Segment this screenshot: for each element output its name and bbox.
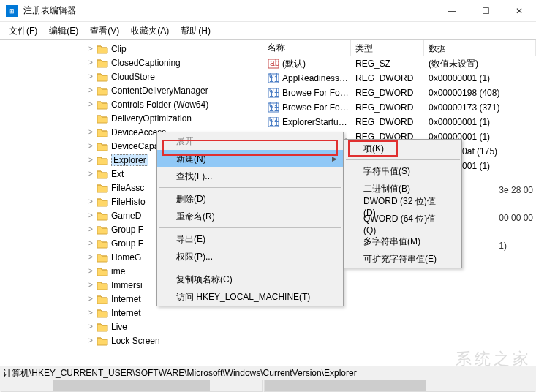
ctx-new[interactable]: 新建(N)▶ — [157, 150, 343, 167]
col-type[interactable]: 类型 — [351, 40, 424, 56]
expander-icon[interactable]: > — [86, 211, 95, 219]
expander-icon[interactable]: > — [86, 197, 95, 206]
separator — [159, 187, 341, 188]
expander-icon[interactable]: > — [86, 72, 95, 80]
folder-icon — [97, 99, 108, 110]
expander-icon[interactable]: > — [86, 323, 95, 331]
list-hscroll[interactable] — [264, 380, 535, 392]
folder-icon — [97, 280, 108, 290]
ctx-new-multistring[interactable]: 多字符串值(M) — [344, 233, 461, 250]
expander-icon[interactable]: > — [86, 239, 95, 247]
value-name: (默认) — [282, 58, 306, 70]
binary-icon — [268, 102, 279, 113]
tree-item[interactable]: >Lock Screen — [0, 333, 263, 347]
menu-edit[interactable]: 编辑(E) — [43, 23, 84, 39]
binary-icon — [268, 73, 279, 83]
expander-icon[interactable]: > — [86, 142, 95, 150]
value-row[interactable]: AppReadiness…REG_DWORD0x00000001 (1) — [263, 71, 536, 86]
expander-icon[interactable]: > — [86, 59, 95, 67]
value-row[interactable]: ExplorerStartu…REG_DWORD0x00000001 (1) — [263, 115, 536, 129]
menu-favorites[interactable]: 收藏夹(A) — [125, 23, 175, 39]
tree-item-label: Clip — [111, 44, 127, 54]
minimize-button[interactable]: — — [435, 0, 469, 22]
expander-icon[interactable]: > — [86, 281, 95, 289]
expander-icon[interactable]: > — [86, 225, 95, 233]
expander-icon[interactable]: > — [86, 86, 95, 94]
expander-icon[interactable]: > — [86, 253, 95, 261]
tree-item[interactable]: >ContentDeliveryManager — [0, 83, 263, 97]
separator — [159, 268, 341, 268]
folder-icon — [97, 44, 108, 54]
value-type: REG_DWORD — [351, 73, 424, 83]
tree-item[interactable]: >Live — [0, 320, 263, 333]
expander-icon[interactable]: > — [86, 267, 95, 275]
hscrollbars — [0, 380, 536, 392]
maximize-button[interactable]: ☐ — [469, 0, 502, 22]
expander-icon[interactable]: > — [86, 336, 95, 344]
value-row[interactable]: Browse For Fo…REG_DWORD0x00000173 (371) — [263, 100, 536, 115]
menu-help[interactable]: 帮助(H) — [175, 23, 216, 39]
ctx-export[interactable]: 导出(E) — [157, 230, 343, 248]
ctx-permissions[interactable]: 权限(P)... — [157, 248, 343, 265]
value-type: REG_DWORD — [351, 88, 424, 98]
expander-icon[interactable]: > — [86, 309, 95, 317]
menu-view[interactable]: 查看(V) — [84, 23, 125, 39]
close-button[interactable]: ✕ — [502, 0, 536, 22]
ctx-new-key[interactable]: 项(K) — [344, 140, 461, 157]
bg-fragment: 3e 28 00 00 00 00 1) — [499, 185, 533, 251]
tree-item-label: Ext — [111, 169, 124, 179]
app-icon: ⊞ — [6, 5, 18, 17]
folder-icon — [97, 86, 108, 96]
value-name: AppReadiness… — [282, 73, 348, 83]
ctx-copy-key-name[interactable]: 复制项名称(C) — [157, 271, 343, 288]
titlebar: ⊞ 注册表编辑器 — ☐ ✕ — [0, 0, 536, 22]
expander-icon[interactable]: > — [86, 295, 95, 303]
tree-hscroll[interactable] — [1, 380, 263, 392]
tree-item[interactable]: >ClosedCaptioning — [0, 56, 263, 69]
string-icon — [268, 59, 279, 69]
tree-item-label: Controls Folder (Wow64) — [111, 99, 208, 110]
value-row[interactable]: (默认)REG_SZ(数值未设置) — [263, 56, 536, 71]
ctx-goto-hklm[interactable]: 访问 HKEY_LOCAL_MACHINE(T) — [157, 288, 343, 306]
tree-item-label: Live — [111, 322, 127, 332]
ctx-new-qword[interactable]: QWORD (64 位)值(Q) — [344, 215, 461, 233]
expander-icon[interactable]: > — [86, 100, 95, 108]
folder-icon — [97, 252, 108, 263]
col-data[interactable]: 数据 — [424, 40, 536, 56]
tree-item-label: GameD — [111, 211, 141, 221]
folder-icon — [97, 266, 108, 276]
value-type: REG_SZ — [351, 59, 424, 69]
value-data: 0x00000001 (1) — [424, 73, 536, 83]
tree-item-label: Lock Screen — [111, 336, 160, 346]
expander-icon[interactable]: > — [86, 128, 95, 136]
value-type: REG_DWORD — [351, 117, 424, 127]
value-data: 0x00000173 (371) — [424, 102, 536, 113]
folder-icon — [97, 211, 108, 221]
expander-icon[interactable]: > — [86, 156, 95, 164]
tree-item[interactable]: >Clip — [0, 42, 263, 56]
tree-item[interactable]: >Internet — [0, 306, 263, 320]
ctx-new-string[interactable]: 字符串值(S) — [344, 162, 461, 180]
tree-item[interactable]: >Controls Folder (Wow64) — [0, 97, 263, 111]
tree-item-label: ime — [111, 266, 125, 276]
ctx-find[interactable]: 查找(F)... — [157, 167, 343, 185]
tree-item-label: ClosedCaptioning — [111, 58, 181, 68]
folder-icon — [97, 113, 108, 124]
expander-icon[interactable]: > — [86, 45, 95, 53]
tree-item-label: FileHisto — [111, 197, 146, 207]
ctx-new-expandstring[interactable]: 可扩充字符串值(E) — [344, 250, 461, 268]
ctx-delete[interactable]: 删除(D) — [157, 190, 343, 208]
value-row[interactable]: Browse For Fo…REG_DWORD0x00000198 (408) — [263, 86, 536, 100]
folder-icon — [97, 197, 108, 207]
tree-item-label: Internet — [111, 294, 141, 304]
ctx-rename[interactable]: 重命名(R) — [157, 208, 343, 225]
tree-item[interactable]: DeliveryOptimization — [0, 111, 263, 125]
expander-icon[interactable]: > — [86, 170, 95, 178]
value-data: 0x00000198 (408) — [424, 88, 536, 98]
folder-icon — [97, 294, 108, 304]
statusbar: 计算机\HKEY_CURRENT_USER\SOFTWARE\Microsoft… — [0, 366, 536, 380]
ctx-expand: 展开 — [157, 132, 343, 150]
tree-item[interactable]: >CloudStore — [0, 69, 263, 83]
menu-file[interactable]: 文件(F) — [3, 23, 43, 39]
col-name[interactable]: 名称 — [263, 40, 351, 56]
